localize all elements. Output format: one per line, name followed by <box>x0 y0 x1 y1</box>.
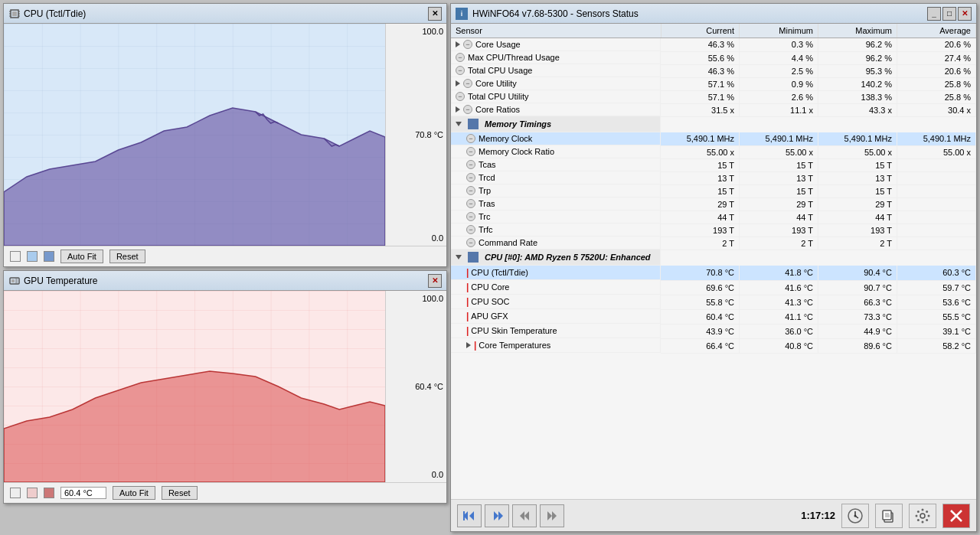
hwinfo-minimize-btn[interactable]: _ <box>927 7 941 21</box>
table-row: −Core Usage46.3 %0.3 %96.2 %20.6 % <box>451 38 976 52</box>
cpu-y-max: 100.0 <box>389 27 443 36</box>
gpu-y-min: 0.0 <box>389 470 443 479</box>
table-row: |Core Temperatures66.4 °C40.8 °C89.6 °C5… <box>451 338 976 353</box>
svg-point-46 <box>917 519 920 521</box>
gpu-chart-svg <box>4 291 385 482</box>
table-row: −Trc44 T44 T44 T <box>451 210 976 223</box>
cpu-icon <box>8 8 21 20</box>
svg-point-40 <box>922 508 924 511</box>
table-row: −Command Rate2 T2 T2 T <box>451 237 976 250</box>
cpu-chart-area: 100.0 70.8 °C 0.0 <box>4 24 446 246</box>
table-row: |CPU (Tctl/Tdie)70.8 °C41.8 °C90.4 °C60.… <box>451 266 976 280</box>
hwinfo-title: HWiNFO64 v7.68-5300 - Sensors Status <box>472 8 639 19</box>
cpu-chart-scale: 100.0 70.8 °C 0.0 <box>385 24 446 246</box>
svg-rect-23 <box>463 511 465 520</box>
hwinfo-sensor-table-container[interactable]: Sensor Current Minimum Maximum Average −… <box>451 24 976 499</box>
table-row: −Memory Clock Ratio55.00 x55.00 x55.00 x… <box>451 145 976 158</box>
col-minimum: Minimum <box>740 24 818 38</box>
cpu-reset-btn[interactable]: Reset <box>109 250 145 263</box>
svg-marker-22 <box>469 511 474 520</box>
cpu-autofit-btn[interactable]: Auto Fit <box>60 250 103 263</box>
svg-point-47 <box>926 510 928 512</box>
sensor-table: Sensor Current Minimum Maximum Average −… <box>451 24 976 354</box>
gpu-titlebar: GPU Temperature ✕ <box>4 271 446 291</box>
svg-point-44 <box>917 510 920 512</box>
left-panel: CPU (Tctl/Tdie) ✕ <box>3 3 447 532</box>
gpu-swatch-1[interactable] <box>10 488 21 498</box>
gpu-chart-area: 100.0 60.4 °C 0.0 <box>4 291 446 482</box>
gpu-chart-controls: 60.4 °C Auto Fit Reset <box>4 482 446 503</box>
table-row: −Tcas15 T15 T15 T <box>451 158 976 171</box>
section-header[interactable]: Memory Timings <box>451 116 976 132</box>
cpu-swatch-3[interactable] <box>44 251 54 262</box>
table-row: −Core Utility57.1 %0.9 %140.2 %25.8 % <box>451 77 976 90</box>
nav-forward-btn[interactable] <box>485 504 509 527</box>
table-row: −Trp15 T15 T15 T <box>451 184 976 197</box>
table-row: |CPU Core69.6 °C41.6 °C90.7 °C59.7 °C <box>451 280 976 295</box>
svg-marker-28 <box>547 511 552 520</box>
gpu-chart-scale: 100.0 60.4 °C 0.0 <box>385 291 446 482</box>
cpu-swatch-1[interactable] <box>10 251 21 262</box>
svg-point-39 <box>920 514 925 518</box>
gpu-close-btn[interactable]: ✕ <box>428 274 442 288</box>
copy-btn[interactable] <box>875 504 903 528</box>
col-maximum: Maximum <box>818 24 897 38</box>
svg-rect-1 <box>12 11 17 16</box>
table-row: −Total CPU Usage46.3 %2.5 %95.3 %20.6 % <box>451 64 976 77</box>
table-row: −Trfc193 T193 T193 T <box>451 223 976 237</box>
svg-marker-25 <box>498 511 503 520</box>
table-row: −Trcd13 T13 T13 T <box>451 171 976 184</box>
hwinfo-toolbar: 1:17:12 <box>451 499 976 531</box>
toolbar-close-btn[interactable] <box>942 504 970 528</box>
cpu-titlebar: CPU (Tctl/Tdie) ✕ <box>4 4 446 24</box>
hwinfo-titlebar: i HWiNFO64 v7.68-5300 - Sensors Status _… <box>451 4 976 24</box>
svg-marker-24 <box>494 511 498 520</box>
table-row: −Memory Clock5,490.1 MHz5,490.1 MHz5,490… <box>451 132 976 145</box>
svg-point-33 <box>854 514 857 517</box>
hwinfo-window: i HWiNFO64 v7.68-5300 - Sensors Status _… <box>450 3 977 532</box>
clock-btn[interactable] <box>841 504 869 528</box>
hwinfo-icon: i <box>456 8 468 20</box>
table-row: |APU GFX60.4 °C41.1 °C73.3 °C55.5 °C <box>451 309 976 324</box>
svg-marker-27 <box>524 511 529 520</box>
col-sensor: Sensor <box>451 24 661 38</box>
gpu-reset-btn[interactable]: Reset <box>162 486 198 500</box>
nav-back-btn[interactable] <box>457 504 482 527</box>
gpu-icon <box>8 275 21 287</box>
gpu-swatch-3[interactable] <box>44 488 54 498</box>
table-row: |CPU Skin Temperature43.9 °C36.0 °C44.9 … <box>451 324 976 338</box>
gpu-window-title: GPU Temperature <box>24 276 98 286</box>
table-row: −Max CPU/Thread Usage55.6 %4.4 %96.2 %27… <box>451 51 976 64</box>
svg-marker-29 <box>552 511 557 520</box>
gpu-y-max: 100.0 <box>389 294 443 303</box>
hwinfo-close-btn[interactable]: ✕ <box>958 7 972 21</box>
nav-back2-btn[interactable] <box>512 504 537 527</box>
cpu-window-title: CPU (Tctl/Tdie) <box>24 8 86 19</box>
gpu-y-mid: 60.4 °C <box>389 382 443 391</box>
cpu-close-btn[interactable]: ✕ <box>428 7 442 21</box>
gpu-autofit-btn[interactable]: Auto Fit <box>113 486 155 500</box>
col-current: Current <box>661 24 739 38</box>
gpu-swatch-2[interactable] <box>27 488 38 498</box>
cpu-chart-svg <box>4 24 385 246</box>
gpu-value-display: 60.4 °C <box>60 487 106 499</box>
cpu-y-mid: 70.8 °C <box>389 130 443 139</box>
cpu-y-min: 0.0 <box>389 233 443 243</box>
table-row: |CPU SOC55.8 °C41.3 °C66.3 °C53.6 °C <box>451 295 976 309</box>
table-row: −Core Ratios31.5 x11.1 x43.3 x30.4 x <box>451 103 976 116</box>
settings-btn[interactable] <box>909 504 936 528</box>
table-row: −Tras29 T29 T29 T <box>451 197 976 210</box>
svg-text:i: i <box>461 10 463 18</box>
table-row: −Total CPU Utility57.1 %2.6 %138.3 %25.8… <box>451 90 976 103</box>
svg-point-42 <box>916 514 918 517</box>
gpu-window: GPU Temperature ✕ 100.0 60.4 °C <box>3 270 447 504</box>
svg-rect-12 <box>11 279 15 282</box>
cpu-swatch-2[interactable] <box>27 251 38 262</box>
svg-marker-26 <box>520 511 524 520</box>
col-average: Average <box>897 24 975 38</box>
time-display: 1:17:12 <box>801 510 835 521</box>
cpu-window: CPU (Tctl/Tdie) ✕ <box>3 3 447 267</box>
hwinfo-maximize-btn[interactable]: □ <box>942 7 956 21</box>
nav-forward2-btn[interactable] <box>540 504 564 527</box>
section-header[interactable]: CPU [#0]: AMD Ryzen 5 7520U: Enhanced <box>451 250 976 266</box>
